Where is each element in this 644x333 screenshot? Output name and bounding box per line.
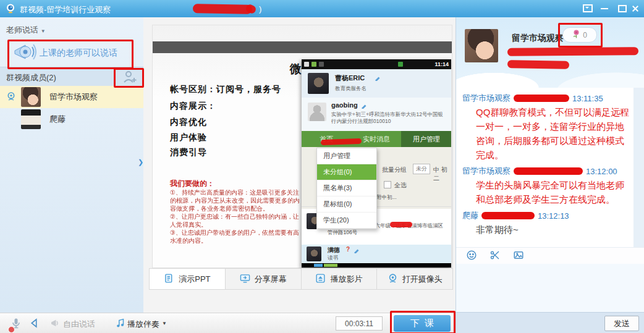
- microphone-muted-icon[interactable]: [10, 316, 22, 332]
- pencil-icon: [375, 74, 381, 83]
- wechat-batch-value: 未分: [413, 164, 430, 174]
- share-screen-button[interactable]: 分享屏幕: [226, 269, 302, 289]
- message-text: 学生的头脑风暴完全可以有当地老师和总部老师及学生三方在线完成。: [462, 178, 632, 206]
- wechat-batch-label: 批量分组: [382, 166, 407, 174]
- skin-button[interactable]: [580, 2, 596, 14]
- slide-bullet: 帐号区别：订阅号，服务号: [170, 84, 281, 95]
- phone-clock: 11:14: [434, 61, 449, 67]
- avatar: [308, 73, 329, 94]
- present-ppt-button[interactable]: 演示PPT: [150, 269, 226, 289]
- checkbox-icon: [384, 181, 391, 188]
- avatar: [21, 109, 41, 129]
- emoji-icon[interactable]: [466, 250, 477, 263]
- message-header: 爬藤 13:12:13: [462, 210, 632, 221]
- slide-todo-point: ③、让忠诚用户带动更多的用户，依然需要有高水准的内容。: [170, 229, 300, 245]
- stage: ❯ 微信 帐号区别：订阅号，服务号 内容展示： 内容优化 用户体验 消费引导 我…: [143, 17, 455, 313]
- slide-todo-heading: 我们要做的：: [170, 179, 214, 189]
- redaction-scribble: [507, 47, 638, 56]
- avatar: [308, 103, 326, 121]
- sidebar: 老师说话 ▼ 上课的老师可以说话 群视频成员(2) 留学市场观察 爬藤: [0, 17, 144, 313]
- speak-mode-dropdown[interactable]: 老师说话 ▼: [6, 25, 46, 36]
- send-row: 发送: [456, 312, 644, 333]
- title-bar: 群视频-留学培训行业观察 ): [0, 0, 644, 17]
- members-header-row: 群视频成员(2): [0, 67, 143, 87]
- wechat-profile-row: 曹杨ERIC 教育类服务名: [302, 69, 451, 98]
- members-header: 群视频成员(2): [6, 72, 56, 83]
- phone-nav-bar: [302, 263, 451, 268]
- play-accompaniment-label[interactable]: 播放伴奏: [127, 319, 159, 330]
- message-text: 非常期待~: [462, 222, 632, 237]
- message-sender: 留学市场观察: [462, 93, 511, 104]
- title-redaction-scribble: [193, 4, 252, 14]
- redaction-scribble: [514, 95, 569, 102]
- collapse-sidebar-icon[interactable]: ❯: [138, 158, 143, 166]
- message-sender: 爬藤: [462, 210, 478, 221]
- message-header: 留学市场观察 13:12:00: [462, 166, 632, 177]
- megaphone-icon: [12, 42, 37, 64]
- chat-message: 留学市场观察 13:12:00 学生的头脑风暴完全可以有当地老师和总部老师及学生…: [462, 166, 632, 206]
- wechat-menu-item: 学生(20): [317, 213, 376, 229]
- add-member-icon[interactable]: [122, 70, 137, 86]
- redaction-scribble: [514, 167, 583, 175]
- scrollbar-track[interactable]: [633, 88, 644, 247]
- wechat-entry-desc: 读书: [328, 255, 338, 261]
- end-class-button[interactable]: 下课: [394, 315, 451, 332]
- window-title-suffix: ): [259, 4, 261, 14]
- chevron-down-icon[interactable]: ▼: [162, 321, 167, 326]
- member-name: 留学市场观察: [49, 91, 98, 103]
- group-video-window: 群视频-留学培训行业观察 ) 老师说话 ▼ 上课的老师可以说话 群视频成员(2): [0, 0, 644, 333]
- wechat-select-all: 全选: [394, 181, 407, 190]
- chat-message: 爬藤 13:12:13 非常期待~: [462, 210, 632, 237]
- minimize-button[interactable]: [596, 2, 612, 14]
- chat-history[interactable]: 留学市场观察 13:11:35 QQ群聊教育模式，不但可以满足远程一对一，一对多…: [456, 88, 644, 247]
- flower-badge[interactable]: 0: [562, 27, 597, 43]
- flower-count: 0: [583, 31, 587, 40]
- slide-top-bar: [153, 41, 452, 53]
- button-label: 分享屏幕: [255, 274, 287, 285]
- message-time: 13:12:00: [586, 167, 617, 176]
- open-camera-button[interactable]: 打开摄像头: [377, 269, 452, 289]
- redaction-scribble: [481, 212, 535, 219]
- message-time: 13:12:13: [538, 211, 569, 221]
- avatar: [307, 247, 321, 261]
- webcam-icon: [388, 273, 398, 285]
- chat-input[interactable]: [456, 264, 644, 312]
- wechat-screenshot: 11:14 曹杨ERIC 教育类服务名 gaobing 实验中学+初三+呼和浩特…: [302, 59, 451, 268]
- class-timer: 00:03:11: [336, 316, 383, 331]
- chat-user-header: 留学市场观察 0: [456, 17, 644, 88]
- avatar: [465, 29, 498, 62]
- member-row[interactable]: 爬藤: [0, 108, 143, 130]
- member-name: 爬藤: [49, 114, 66, 125]
- chat-toolbar: [456, 247, 644, 264]
- taskbar-item: [314, 264, 323, 267]
- stage-toolbar: 演示PPT 分享屏幕 播放影片 打开摄像头: [149, 268, 453, 290]
- message-header: 留学市场观察 13:11:35: [462, 93, 632, 104]
- pencil-icon: [354, 246, 360, 255]
- image-icon[interactable]: [513, 250, 524, 263]
- slide-todo-point: ②、让用户更忠诚：有一些自己独特的内涵，让人觉得真实。: [170, 213, 300, 229]
- share-screen-icon: [240, 273, 250, 285]
- speak-mode-label: 老师说话: [6, 25, 38, 35]
- member-row[interactable]: 留学市场观察: [0, 86, 143, 108]
- chat-message: 留学市场观察 13:11:35 QQ群聊教育模式，不但可以满足远程一对一，一对多…: [462, 93, 632, 162]
- free-talk-megaphone-icon[interactable]: [49, 318, 61, 331]
- play-video-button[interactable]: 播放影片: [302, 269, 378, 289]
- wechat-menu-item: 未分组(0): [317, 164, 376, 180]
- close-button[interactable]: [627, 2, 643, 14]
- teacher-speak-banner: 上课的老师可以说话: [40, 48, 117, 59]
- send-button[interactable]: 发送: [604, 316, 639, 331]
- button-label: 播放影片: [330, 274, 362, 285]
- play-video-icon: [315, 273, 326, 285]
- slide-bullet: 内容优化: [170, 117, 207, 128]
- screenshot-scissors-icon[interactable]: [489, 250, 501, 263]
- avatar: [21, 87, 41, 107]
- speaker-icon[interactable]: [28, 317, 40, 331]
- wechat-entry-row: 满德 ? 读书: [302, 245, 451, 263]
- slide-todo-point: ①、持续产出高质量的内容：这是吸引更多关注的根源，内容为王从未改变，因此需要更多…: [170, 188, 300, 213]
- ppt-slide: 微信 帐号区别：订阅号，服务号 内容展示： 内容优化 用户体验 消费引导 我们要…: [152, 25, 452, 268]
- music-note-icon[interactable]: [115, 317, 126, 331]
- message-sender: 留学市场观察: [462, 166, 511, 177]
- free-talk-label: 自由说话: [63, 319, 95, 330]
- wechat-batch-suffix: 中 初二: [433, 166, 451, 183]
- phone-status-bar: 11:14: [302, 59, 451, 69]
